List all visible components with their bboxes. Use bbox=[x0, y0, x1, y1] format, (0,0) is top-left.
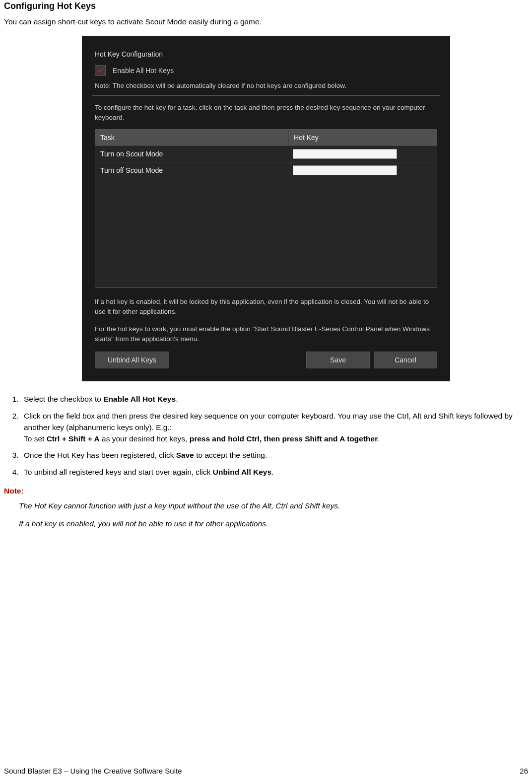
dialog-warning-1: If a hot key is enabled, it will be lock… bbox=[95, 297, 437, 316]
dialog-instructions: To configure the hot key for a task, cli… bbox=[95, 103, 440, 122]
hotkey-input[interactable] bbox=[293, 149, 397, 159]
note-header: Note: bbox=[4, 487, 528, 496]
check-icon: ✔ bbox=[97, 66, 104, 75]
col-task: Task bbox=[95, 130, 289, 145]
table-empty-area bbox=[95, 178, 437, 287]
table-row[interactable]: Turn off Scout Mode bbox=[95, 162, 437, 178]
page-number: 26 bbox=[520, 767, 528, 775]
instruction-list: Select the checkbox to Enable All Hot Ke… bbox=[8, 393, 528, 478]
enable-all-checkbox[interactable]: ✔ bbox=[95, 65, 106, 76]
hotkey-input[interactable] bbox=[293, 165, 397, 175]
page-footer: Sound Blaster E3 – Using the Creative So… bbox=[4, 767, 528, 775]
page-title: Configuring Hot Keys bbox=[4, 1, 528, 11]
hotkey-config-dialog: Hot Key Configuration ✔ Enable All Hot K… bbox=[82, 36, 450, 381]
step-2: Click on the field box and then press th… bbox=[21, 410, 528, 445]
dialog-note: Note: The checkbox will be automatically… bbox=[95, 82, 440, 89]
footer-title: Sound Blaster E3 – Using the Creative So… bbox=[4, 767, 182, 775]
note-line-2: If a hot key is enabled, you will not be… bbox=[19, 518, 528, 529]
step-3: Once the Hot Key has been registered, cl… bbox=[21, 449, 528, 461]
dialog-button-row: Unbind All Keys Save Cancel bbox=[95, 352, 437, 368]
intro-text: You can assign short-cut keys to activat… bbox=[4, 17, 528, 26]
divider bbox=[92, 95, 440, 96]
task-cell: Turn on Scout Mode bbox=[95, 146, 289, 162]
dialog-heading: Hot Key Configuration bbox=[95, 50, 440, 58]
note-line-1: The Hot Key cannot function with just a … bbox=[19, 500, 528, 511]
save-button[interactable]: Save bbox=[306, 352, 370, 368]
dialog-screenshot: Hot Key Configuration ✔ Enable All Hot K… bbox=[4, 36, 528, 381]
step-4: To unbind all registered keys and start … bbox=[21, 466, 528, 478]
table-header-row: Task Hot Key bbox=[95, 130, 437, 145]
step-1: Select the checkbox to Enable All Hot Ke… bbox=[21, 393, 528, 405]
cancel-button[interactable]: Cancel bbox=[374, 352, 437, 368]
col-hotkey: Hot Key bbox=[289, 130, 437, 145]
table-row[interactable]: Turn on Scout Mode bbox=[95, 145, 437, 162]
unbind-all-button[interactable]: Unbind All Keys bbox=[95, 352, 169, 368]
task-cell: Turn off Scout Mode bbox=[95, 162, 289, 178]
hotkey-table: Task Hot Key Turn on Scout Mode Turn off… bbox=[95, 129, 437, 288]
enable-all-label: Enable All Hot Keys bbox=[113, 67, 174, 74]
dialog-warning-2: For the hot keys to work, you must enabl… bbox=[95, 324, 437, 344]
